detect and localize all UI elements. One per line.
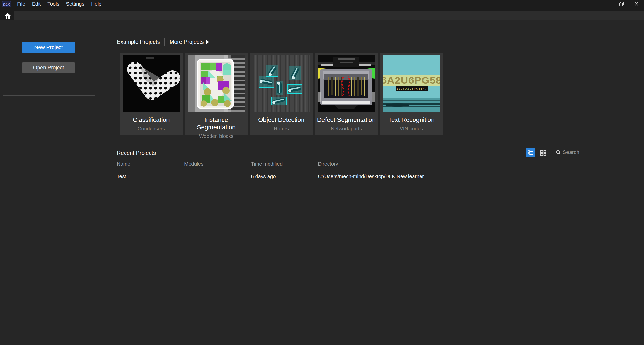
- cell-directory: C:/Users/mech-mind/Desktop/DLK New learn…: [318, 174, 424, 179]
- card-title: Text Recognition: [380, 116, 443, 124]
- app-window: DLK File Edit Tools Settings Help: [0, 0, 644, 345]
- column-header-modules: Modules: [184, 161, 203, 167]
- close-icon: [634, 2, 639, 6]
- menu-tools[interactable]: Tools: [44, 0, 62, 8]
- column-header-directory: Directory: [318, 161, 338, 167]
- menu-edit[interactable]: Edit: [29, 0, 44, 8]
- table-header-row: Name Modules Time modified Directory: [117, 159, 620, 169]
- card-title: Instance Segmentation: [185, 116, 248, 131]
- card-title: Classification: [120, 116, 182, 124]
- recent-projects-table: Name Modules Time modified Directory Tes…: [117, 159, 620, 180]
- grid-view-toggle[interactable]: [540, 149, 547, 156]
- defect-segmentation-thumbnail: [318, 56, 375, 112]
- vin-plate-text: 6A2U6PG58: [383, 76, 440, 86]
- app-logo-icon: DLK: [2, 1, 11, 8]
- more-projects-button[interactable]: More Projects: [170, 39, 209, 45]
- menu-items: File Edit Tools Settings Help: [14, 0, 105, 8]
- minimize-button[interactable]: [599, 0, 614, 8]
- search-box: [552, 148, 620, 158]
- recent-projects-title: Recent Projects: [117, 150, 156, 156]
- card-subtitle: VIN codes: [380, 126, 443, 132]
- grid-view-icon: [540, 150, 547, 156]
- tab-bar: [0, 8, 644, 20]
- classification-thumbnail: [123, 56, 180, 112]
- window-chrome: DLK File Edit Tools Settings Help: [0, 0, 644, 20]
- example-projects-header: Example Projects More Projects: [117, 38, 209, 46]
- example-card-instance-segmentation[interactable]: Instance Segmentation Wooden blocks: [185, 52, 248, 136]
- search-input[interactable]: [562, 148, 618, 156]
- list-view-icon: [528, 150, 534, 156]
- text-recognition-thumbnail: 6A2U6PG58 11E6A2U5PC5547: [383, 56, 440, 112]
- instance-segmentation-thumbnail: [188, 56, 245, 112]
- example-card-defect-segmentation[interactable]: Defect Segmentation Network ports: [315, 52, 378, 136]
- more-projects-arrow-icon: [206, 40, 209, 44]
- cell-name: Test 1: [117, 174, 130, 179]
- maximize-restore-button[interactable]: [614, 0, 629, 8]
- menu-help[interactable]: Help: [88, 0, 105, 8]
- card-subtitle: Rotors: [250, 126, 312, 132]
- new-project-button[interactable]: New Project: [22, 42, 75, 53]
- search-underline: [552, 157, 620, 157]
- menu-settings[interactable]: Settings: [62, 0, 88, 8]
- home-tab[interactable]: [4, 13, 11, 19]
- list-view-toggle[interactable]: [526, 148, 536, 157]
- sidebar-divider: [3, 96, 95, 96]
- menu-bar: DLK File Edit Tools Settings Help: [0, 0, 644, 8]
- card-title: Defect Segmentation: [315, 116, 378, 124]
- table-row[interactable]: Test 1 6 days ago C:/Users/mech-mind/Des…: [117, 169, 620, 180]
- card-subtitle: Network ports: [315, 126, 378, 132]
- more-projects-label: More Projects: [170, 39, 204, 45]
- vin-ocr-label: 11E6A2U5PC5547: [396, 88, 427, 90]
- window-controls: [599, 0, 644, 8]
- maximize-restore-icon: [619, 1, 624, 6]
- column-header-time-modified: Time modified: [251, 161, 282, 167]
- column-header-name: Name: [117, 161, 130, 167]
- header-divider: [164, 38, 165, 46]
- close-button[interactable]: [629, 0, 644, 8]
- card-subtitle: Condensers: [120, 126, 182, 132]
- search-icon: [556, 150, 561, 155]
- open-project-button[interactable]: Open Project: [22, 62, 75, 73]
- example-card-object-detection[interactable]: Object Detection Rotors: [250, 52, 312, 136]
- card-title: Object Detection: [250, 116, 312, 124]
- example-projects-title: Example Projects: [117, 39, 160, 45]
- cell-time-modified: 6 days ago: [251, 174, 276, 179]
- card-subtitle: Wooden blocks: [185, 133, 248, 139]
- menu-file[interactable]: File: [14, 0, 29, 8]
- example-card-classification[interactable]: Classification Condensers: [120, 52, 182, 136]
- tab-strip[interactable]: [14, 11, 644, 20]
- app-logo-text: DLK: [3, 2, 10, 6]
- object-detection-thumbnail: [253, 56, 310, 112]
- home-icon: [4, 13, 11, 19]
- example-cards: Classification Condensers: [120, 52, 443, 136]
- minimize-icon: [604, 2, 609, 6]
- example-card-text-recognition[interactable]: 6A2U6PG58 11E6A2U5PC5547 Text Recognitio…: [380, 52, 443, 136]
